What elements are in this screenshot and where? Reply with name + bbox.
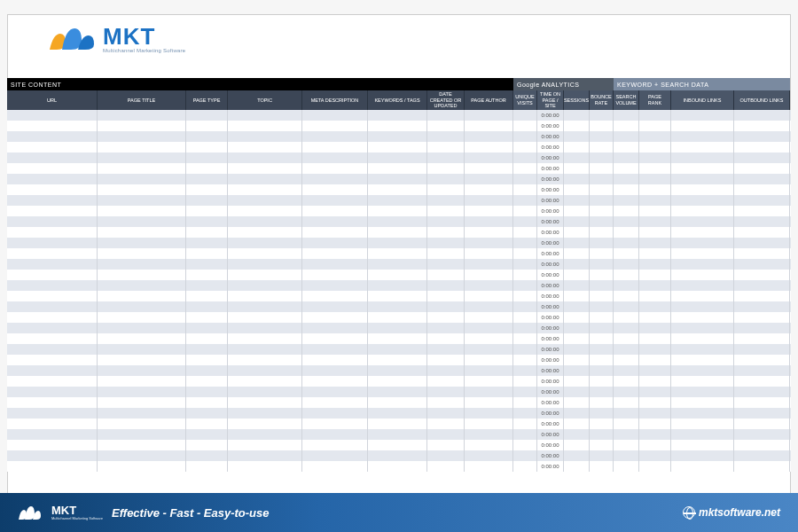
cell-page_title[interactable] <box>98 387 186 397</box>
cell-sessions[interactable] <box>564 195 590 206</box>
cell-url[interactable] <box>7 280 98 291</box>
cell-bounce[interactable] <box>590 121 614 131</box>
cell-bounce[interactable] <box>590 323 614 333</box>
cell-author[interactable] <box>465 184 513 195</box>
cell-bounce[interactable] <box>590 110 614 121</box>
cell-inbound[interactable] <box>671 238 734 248</box>
cell-page_type[interactable] <box>186 323 228 333</box>
cell-time_on_page[interactable]: 0:00:00 <box>537 312 564 323</box>
cell-visits[interactable] <box>513 227 537 238</box>
cell-topic[interactable] <box>228 270 302 280</box>
cell-url[interactable] <box>7 419 98 429</box>
cell-time_on_page[interactable]: 0:00:00 <box>537 110 564 121</box>
cell-date[interactable] <box>427 238 465 248</box>
cell-inbound[interactable] <box>671 333 734 344</box>
cell-page_type[interactable] <box>186 184 228 195</box>
cell-search_vol[interactable] <box>614 440 639 450</box>
cell-meta_desc[interactable] <box>302 397 368 408</box>
cell-visits[interactable] <box>513 238 537 248</box>
cell-sessions[interactable] <box>564 270 590 280</box>
cell-search_vol[interactable] <box>614 376 639 387</box>
cell-search_vol[interactable] <box>614 323 639 333</box>
cell-author[interactable] <box>465 280 513 291</box>
cell-url[interactable] <box>7 365 98 376</box>
cell-sessions[interactable] <box>564 131 590 142</box>
cell-time_on_page[interactable]: 0:00:00 <box>537 174 564 184</box>
cell-search_vol[interactable] <box>614 195 639 206</box>
cell-outbound[interactable] <box>734 387 790 397</box>
cell-page_type[interactable] <box>186 450 228 461</box>
cell-author[interactable] <box>465 397 513 408</box>
cell-inbound[interactable] <box>671 280 734 291</box>
cell-date[interactable] <box>427 397 465 408</box>
cell-page_title[interactable] <box>98 131 186 142</box>
cell-meta_desc[interactable] <box>302 355 368 365</box>
cell-page_rank[interactable] <box>639 301 671 312</box>
cell-outbound[interactable] <box>734 429 790 440</box>
cell-keywords[interactable] <box>368 163 427 174</box>
cell-time_on_page[interactable]: 0:00:00 <box>537 429 564 440</box>
cell-date[interactable] <box>427 227 465 238</box>
cell-page_type[interactable] <box>186 280 228 291</box>
cell-author[interactable] <box>465 450 513 461</box>
cell-bounce[interactable] <box>590 429 614 440</box>
cell-outbound[interactable] <box>734 142 790 153</box>
cell-inbound[interactable] <box>671 174 734 184</box>
cell-time_on_page[interactable]: 0:00:00 <box>537 440 564 450</box>
cell-bounce[interactable] <box>590 248 614 259</box>
cell-url[interactable] <box>7 153 98 163</box>
cell-visits[interactable] <box>513 344 537 355</box>
cell-search_vol[interactable] <box>614 206 639 216</box>
cell-page_type[interactable] <box>186 142 228 153</box>
cell-url[interactable] <box>7 291 98 301</box>
cell-search_vol[interactable] <box>614 387 639 397</box>
cell-visits[interactable] <box>513 355 537 365</box>
cell-sessions[interactable] <box>564 121 590 131</box>
cell-url[interactable] <box>7 259 98 270</box>
cell-meta_desc[interactable] <box>302 408 368 419</box>
cell-author[interactable] <box>465 461 513 472</box>
cell-time_on_page[interactable]: 0:00:00 <box>537 227 564 238</box>
cell-page_type[interactable] <box>186 355 228 365</box>
cell-outbound[interactable] <box>734 312 790 323</box>
cell-page_type[interactable] <box>186 248 228 259</box>
cell-keywords[interactable] <box>368 301 427 312</box>
cell-sessions[interactable] <box>564 450 590 461</box>
cell-outbound[interactable] <box>734 195 790 206</box>
cell-visits[interactable] <box>513 280 537 291</box>
cell-meta_desc[interactable] <box>302 131 368 142</box>
cell-sessions[interactable] <box>564 429 590 440</box>
cell-author[interactable] <box>465 429 513 440</box>
cell-meta_desc[interactable] <box>302 301 368 312</box>
cell-meta_desc[interactable] <box>302 142 368 153</box>
cell-author[interactable] <box>465 206 513 216</box>
cell-time_on_page[interactable]: 0:00:00 <box>537 397 564 408</box>
cell-sessions[interactable] <box>564 387 590 397</box>
cell-outbound[interactable] <box>734 397 790 408</box>
cell-page_title[interactable] <box>98 397 186 408</box>
cell-time_on_page[interactable]: 0:00:00 <box>537 291 564 301</box>
cell-inbound[interactable] <box>671 429 734 440</box>
cell-page_title[interactable] <box>98 344 186 355</box>
cell-page_type[interactable] <box>186 440 228 450</box>
cell-outbound[interactable] <box>734 248 790 259</box>
cell-topic[interactable] <box>228 323 302 333</box>
cell-bounce[interactable] <box>590 312 614 323</box>
cell-url[interactable] <box>7 142 98 153</box>
cell-meta_desc[interactable] <box>302 206 368 216</box>
cell-meta_desc[interactable] <box>302 333 368 344</box>
cell-sessions[interactable] <box>564 333 590 344</box>
cell-page_rank[interactable] <box>639 121 671 131</box>
cell-bounce[interactable] <box>590 344 614 355</box>
cell-keywords[interactable] <box>368 270 427 280</box>
cell-inbound[interactable] <box>671 365 734 376</box>
cell-outbound[interactable] <box>734 270 790 280</box>
cell-page_rank[interactable] <box>639 429 671 440</box>
cell-page_title[interactable] <box>98 461 186 472</box>
cell-meta_desc[interactable] <box>302 440 368 450</box>
cell-page_rank[interactable] <box>639 216 671 227</box>
cell-page_type[interactable] <box>186 376 228 387</box>
cell-page_type[interactable] <box>186 195 228 206</box>
cell-sessions[interactable] <box>564 259 590 270</box>
cell-date[interactable] <box>427 216 465 227</box>
